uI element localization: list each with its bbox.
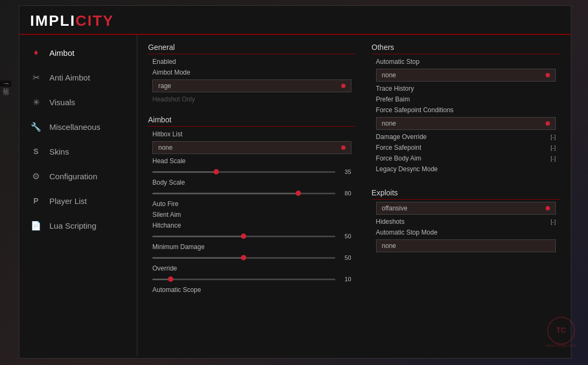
override-value: 10 [341, 276, 351, 282]
hitbox-list-dropdown[interactable]: none [152, 141, 351, 154]
prefer-baim-row[interactable]: Prefer Baim [372, 94, 560, 105]
sidebar-item-miscellaneous[interactable]: 🔧 Miscellaneous [19, 114, 137, 139]
sidebar-label-miscellaneous: Miscellaneous [49, 122, 100, 132]
force-safepoint-conditions-row[interactable]: Force Safepoint Conditions [372, 105, 560, 115]
force-safepoint-label: Force Safepoint [376, 144, 422, 151]
main-panel: IMPLICITY ♦ Aimbot ✂ Anti Aimbot ✳ Visua… [19, 5, 571, 359]
override-track [152, 279, 335, 280]
force-safepoint-conditions-dropdown[interactable]: none [376, 117, 556, 130]
exploits-section: Exploits offansive Hideshots [-] Automat… [372, 188, 560, 254]
automatic-stop-value: none [382, 71, 396, 79]
sidebar-label-visuals: Visuals [49, 98, 75, 107]
anti-aimbot-icon: ✂ [30, 71, 42, 83]
hitchance-fill [152, 236, 244, 237]
sidebar-item-player-list[interactable]: P Player List [19, 188, 137, 213]
aimbot-title: Aimbot [148, 115, 356, 127]
exploits-mode-value: offansive [382, 205, 408, 212]
exploits-mode-dot [546, 206, 550, 210]
sidebar: ♦ Aimbot ✂ Anti Aimbot ✳ Visuals 🔧 Misce… [19, 35, 137, 356]
content-area: ♦ Aimbot ✂ Anti Aimbot ✳ Visuals 🔧 Misce… [19, 35, 571, 356]
auto-stop-mode-dropdown[interactable]: none [376, 239, 556, 252]
sidebar-item-visuals[interactable]: ✳ Visuals [19, 90, 137, 114]
others-title: Others [372, 43, 560, 54]
head-scale-label: Head Scale [148, 156, 356, 166]
force-body-aim-row[interactable]: Force Body Aim [-] [372, 153, 560, 164]
auto-scope-row[interactable]: Automatic Scope [148, 284, 356, 295]
min-damage-track [152, 257, 335, 259]
aimbot-mode-dropdown[interactable]: rage [152, 79, 351, 92]
aimbot-icon: ♦ [30, 47, 42, 59]
sidebar-label-lua-scripting: Lua Scripting [49, 221, 97, 230]
main-content: General Enabled Aimbot Mode rage Headsho… [137, 35, 571, 356]
skins-icon: S [30, 145, 42, 157]
min-damage-fill [152, 257, 244, 259]
min-damage-thumb [241, 255, 246, 260]
enabled-row[interactable]: Enabled [148, 56, 356, 67]
others-section: Others Automatic Stop none Trace History… [372, 43, 560, 174]
head-scale-value: 35 [341, 169, 351, 175]
sidebar-item-anti-aimbot[interactable]: ✂ Anti Aimbot [19, 65, 137, 90]
aimbot-mode-value: rage [158, 82, 171, 90]
hitchance-slider[interactable]: 50 [152, 233, 351, 239]
min-damage-slider[interactable]: 50 [152, 254, 351, 261]
force-body-aim-key: [-] [550, 155, 556, 162]
auto-stop-mode-row: Automatic Stop Mode [372, 227, 560, 238]
damage-override-row[interactable]: Damage Override [-] [372, 132, 560, 142]
header: IMPLICITY [19, 6, 571, 35]
force-safepoint-conditions-dot [546, 121, 550, 126]
logo-part1: IMPLI [30, 12, 76, 29]
sidebar-label-configuration: Configuration [49, 172, 97, 181]
force-body-aim-label: Force Body Aim [376, 155, 422, 162]
visuals-icon: ✳ [30, 96, 42, 108]
side-chinese-text: 我f常 [0, 81, 11, 86]
headshot-only-row[interactable]: Headshot Only [148, 94, 356, 105]
head-scale-track [152, 171, 335, 173]
aimbot-section: Aimbot Hitbox List none Head Scale 35 [148, 115, 356, 295]
body-scale-thumb [296, 191, 301, 196]
hitchance-track [152, 236, 335, 237]
force-safepoint-key: [-] [550, 144, 556, 151]
head-scale-thumb [214, 169, 219, 174]
automatic-stop-row[interactable]: Automatic Stop [372, 56, 560, 67]
trace-history-row[interactable]: Trace History [372, 83, 560, 94]
body-scale-track [152, 193, 335, 194]
damage-override-label: Damage Override [376, 133, 427, 141]
damage-override-key: [-] [550, 134, 556, 140]
head-scale-fill [152, 171, 216, 173]
body-scale-label: Body Scale [148, 177, 356, 188]
aimbot-mode-dot [341, 84, 346, 88]
hitchance-label: Hitchance [148, 220, 356, 231]
body-scale-slider[interactable]: 80 [152, 190, 351, 196]
hideshots-label: Hideshots [376, 218, 405, 225]
right-column: Others Automatic Stop none Trace History… [372, 43, 560, 348]
hitbox-list-row: Hitbox List [148, 129, 356, 140]
logo-part2: CITY [76, 12, 114, 29]
exploits-mode-dropdown[interactable]: offansive [376, 202, 556, 215]
sidebar-label-anti-aimbot: Anti Aimbot [49, 73, 90, 82]
sidebar-label-aimbot: Aimbot [49, 48, 75, 57]
override-label: Override [148, 263, 356, 274]
legacy-desync-row[interactable]: Legacy Desync Mode [372, 164, 560, 174]
config-icon: ⚙ [30, 170, 42, 182]
silent-aim-row[interactable]: Silent Aim [148, 209, 356, 220]
automatic-stop-dot [546, 73, 550, 77]
hitchance-thumb [241, 233, 246, 239]
hitbox-list-dot [341, 145, 346, 150]
body-scale-value: 80 [341, 190, 351, 196]
auto-fire-row[interactable]: Auto Fire [148, 199, 356, 209]
hitbox-list-value: none [158, 144, 173, 151]
hideshots-row[interactable]: Hideshots [-] [372, 216, 560, 227]
left-column: General Enabled Aimbot Mode rage Headsho… [148, 43, 356, 348]
auto-stop-mode-value: none [382, 242, 396, 250]
sidebar-item-skins[interactable]: S Skins [19, 139, 137, 164]
sidebar-item-lua-scripting[interactable]: 📄 Lua Scripting [19, 213, 137, 238]
aimbot-mode-row: Aimbot Mode [148, 67, 356, 78]
force-safepoint-row[interactable]: Force Safepoint [-] [372, 142, 560, 153]
sidebar-item-configuration[interactable]: ⚙ Configuration [19, 164, 137, 188]
hitchance-value: 50 [341, 233, 351, 239]
automatic-stop-dropdown[interactable]: none [376, 69, 556, 82]
override-slider[interactable]: 10 [152, 276, 351, 282]
sidebar-item-aimbot[interactable]: ♦ Aimbot [19, 40, 137, 65]
head-scale-slider[interactable]: 35 [152, 169, 351, 175]
general-title: General [148, 43, 356, 54]
